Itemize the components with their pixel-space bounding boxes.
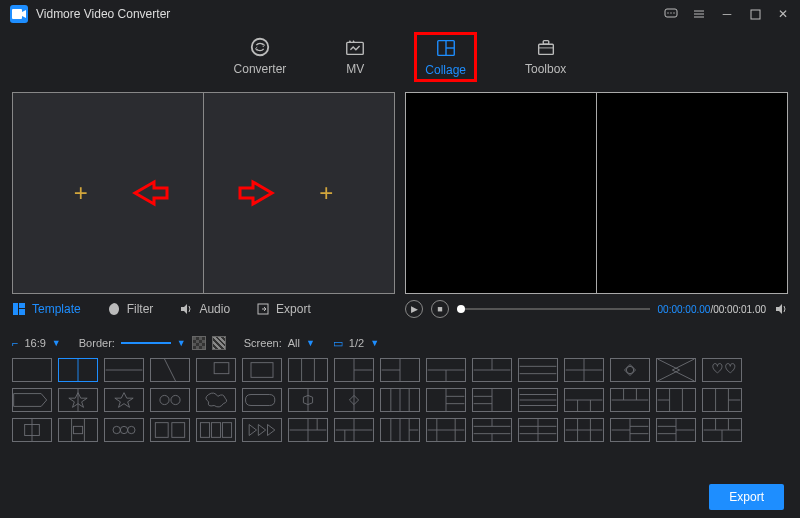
template-item[interactable] bbox=[196, 418, 236, 442]
svg-marker-90 bbox=[268, 425, 275, 436]
play-button[interactable]: ▶ bbox=[405, 300, 423, 318]
tab-audio[interactable]: Audio bbox=[179, 302, 230, 316]
template-item[interactable] bbox=[702, 418, 742, 442]
template-item[interactable] bbox=[656, 358, 696, 382]
template-item[interactable] bbox=[472, 418, 512, 442]
canvas-slot-right[interactable]: + bbox=[204, 93, 394, 293]
preview-canvas bbox=[405, 92, 788, 294]
template-item[interactable] bbox=[518, 388, 558, 412]
template-item[interactable] bbox=[104, 418, 144, 442]
template-item[interactable] bbox=[12, 388, 52, 412]
template-item[interactable] bbox=[58, 388, 98, 412]
seek-slider[interactable] bbox=[457, 308, 650, 310]
tab-filter[interactable]: Filter bbox=[107, 302, 154, 316]
template-item[interactable] bbox=[380, 388, 420, 412]
template-item[interactable] bbox=[564, 418, 604, 442]
audio-icon bbox=[179, 302, 193, 316]
svg-point-80 bbox=[113, 426, 120, 433]
volume-icon[interactable] bbox=[774, 302, 788, 316]
arrow-right-icon bbox=[238, 178, 278, 208]
template-item[interactable] bbox=[58, 418, 98, 442]
template-item[interactable] bbox=[610, 388, 650, 412]
template-item[interactable] bbox=[334, 358, 374, 382]
menu-icon[interactable] bbox=[692, 7, 706, 21]
template-item[interactable] bbox=[656, 388, 696, 412]
tab-template[interactable]: Template bbox=[12, 302, 81, 316]
template-item[interactable] bbox=[242, 418, 282, 442]
template-item[interactable] bbox=[196, 388, 236, 412]
template-item[interactable] bbox=[564, 388, 604, 412]
template-item[interactable] bbox=[150, 358, 190, 382]
template-item[interactable] bbox=[334, 418, 374, 442]
svg-rect-17 bbox=[13, 303, 18, 315]
svg-rect-85 bbox=[200, 423, 209, 438]
nav-converter[interactable]: Converter bbox=[224, 32, 297, 82]
tab-label: Filter bbox=[127, 302, 154, 316]
template-item[interactable] bbox=[12, 358, 52, 382]
template-item[interactable] bbox=[610, 358, 650, 382]
template-item[interactable] bbox=[242, 388, 282, 412]
maximize-icon[interactable] bbox=[748, 7, 762, 21]
template-item[interactable] bbox=[564, 358, 604, 382]
template-item[interactable] bbox=[426, 388, 466, 412]
total-time: 00:00:01.00 bbox=[713, 304, 766, 315]
svg-marker-88 bbox=[249, 425, 256, 436]
template-item[interactable] bbox=[150, 418, 190, 442]
timecode: 00:00:00.00/00:00:01.00 bbox=[658, 304, 766, 315]
template-item[interactable] bbox=[150, 388, 190, 412]
template-item[interactable] bbox=[288, 358, 328, 382]
collage-canvas[interactable]: + + bbox=[12, 92, 395, 294]
template-item[interactable] bbox=[334, 388, 374, 412]
template-item[interactable] bbox=[242, 358, 282, 382]
svg-rect-79 bbox=[73, 426, 82, 433]
svg-line-23 bbox=[165, 359, 176, 381]
tab-export[interactable]: Export bbox=[256, 302, 311, 316]
nav-toolbox[interactable]: Toolbox bbox=[515, 32, 576, 82]
border-color-picker[interactable] bbox=[192, 336, 206, 350]
template-item[interactable] bbox=[58, 358, 98, 382]
template-item[interactable] bbox=[426, 358, 466, 382]
template-item[interactable] bbox=[104, 358, 144, 382]
close-icon[interactable]: ✕ bbox=[776, 7, 790, 21]
svg-rect-18 bbox=[19, 303, 25, 308]
screen-select[interactable]: Screen: All ▼ bbox=[244, 337, 315, 349]
canvas-slot-left[interactable]: + bbox=[13, 93, 204, 293]
template-item[interactable] bbox=[196, 358, 236, 382]
screen-value: All bbox=[288, 337, 300, 349]
template-item[interactable] bbox=[702, 358, 742, 382]
add-icon[interactable]: + bbox=[319, 179, 333, 207]
template-item[interactable] bbox=[12, 418, 52, 442]
template-item[interactable] bbox=[288, 388, 328, 412]
template-item[interactable] bbox=[702, 388, 742, 412]
nav-mv[interactable]: MV bbox=[334, 32, 376, 82]
page-select[interactable]: ▭ 1/2 ▼ bbox=[333, 337, 379, 350]
template-item[interactable] bbox=[518, 358, 558, 382]
workspace: + + Template Filter Audio bbox=[0, 92, 800, 330]
add-icon[interactable]: + bbox=[74, 179, 88, 207]
template-item[interactable] bbox=[656, 418, 696, 442]
template-item[interactable] bbox=[472, 358, 512, 382]
app-logo bbox=[10, 5, 28, 23]
feedback-icon[interactable] bbox=[664, 7, 678, 21]
svg-rect-84 bbox=[172, 423, 185, 438]
export-button[interactable]: Export bbox=[709, 484, 784, 510]
template-item[interactable] bbox=[380, 418, 420, 442]
template-item[interactable] bbox=[610, 418, 650, 442]
border-pattern-picker[interactable] bbox=[212, 336, 226, 350]
nav-label: Collage bbox=[425, 63, 466, 77]
minimize-icon[interactable]: ─ bbox=[720, 7, 734, 21]
svg-rect-14 bbox=[538, 44, 553, 54]
footer: Export bbox=[709, 484, 784, 510]
template-item[interactable] bbox=[472, 388, 512, 412]
template-item[interactable] bbox=[288, 418, 328, 442]
aspect-ratio-select[interactable]: ⌐ 16:9 ▼ bbox=[12, 337, 61, 349]
template-item[interactable] bbox=[380, 358, 420, 382]
template-item[interactable] bbox=[426, 418, 466, 442]
template-item[interactable] bbox=[518, 418, 558, 442]
template-item[interactable] bbox=[104, 388, 144, 412]
stop-button[interactable]: ■ bbox=[431, 300, 449, 318]
player-bar: ▶ ■ 00:00:00.00/00:00:01.00 bbox=[405, 294, 788, 324]
border-style-select[interactable] bbox=[121, 342, 171, 344]
nav-collage[interactable]: Collage bbox=[414, 32, 477, 82]
nav-label: Converter bbox=[234, 62, 287, 76]
